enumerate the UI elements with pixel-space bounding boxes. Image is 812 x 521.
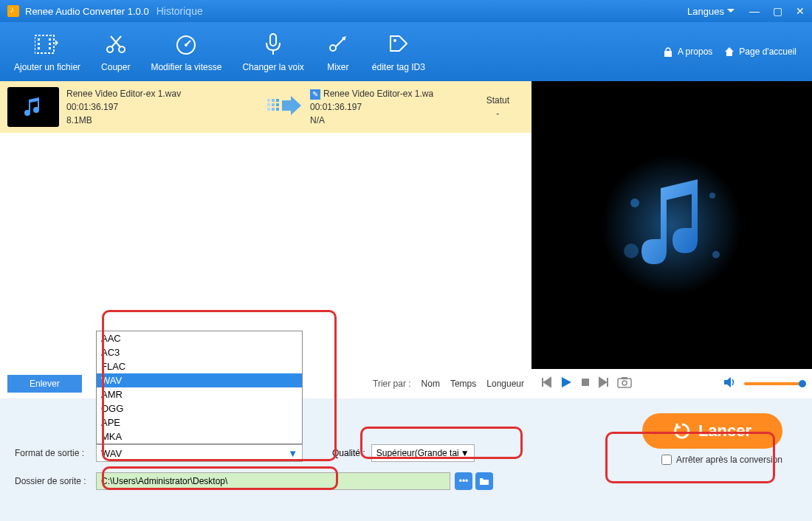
svg-rect-35 <box>618 379 631 387</box>
scissors-icon <box>103 31 129 58</box>
file-thumbnail <box>7 87 59 127</box>
format-option[interactable]: APE <box>97 415 302 429</box>
prev-button[interactable] <box>540 376 552 391</box>
app-logo-icon <box>7 5 19 17</box>
about-link[interactable]: A propos <box>663 46 712 57</box>
more-button[interactable]: ••• <box>455 472 472 490</box>
svg-rect-1 <box>38 38 40 41</box>
svg-rect-4 <box>49 38 51 41</box>
svg-point-33 <box>712 251 720 258</box>
home-link[interactable]: Page d'accueil <box>724 46 796 57</box>
svg-rect-37 <box>622 377 627 379</box>
player-controls <box>531 369 812 398</box>
sort-by-label: Trier par : <box>373 379 411 389</box>
svg-point-36 <box>622 381 627 385</box>
svg-rect-24 <box>272 103 275 106</box>
quality-select[interactable]: Supérieur(Grande tai ▼ <box>371 444 475 462</box>
svg-rect-19 <box>664 51 672 57</box>
file-list: Renee Video Editor-ex 1.wav 00:01:36.197… <box>0 81 531 369</box>
home-icon <box>724 46 734 57</box>
svg-rect-28 <box>276 108 279 111</box>
preview-panel <box>531 81 812 369</box>
svg-rect-14 <box>270 34 276 46</box>
sort-time[interactable]: Temps <box>450 379 476 389</box>
cut-button[interactable]: Couper <box>91 25 140 78</box>
svg-rect-2 <box>38 43 40 45</box>
svg-rect-6 <box>49 47 51 49</box>
format-option[interactable]: MKA <box>97 429 302 444</box>
microphone-icon <box>260 31 286 58</box>
svg-point-32 <box>624 244 639 258</box>
quality-label: Qualité : <box>332 448 365 458</box>
browse-folder-button[interactable] <box>475 472 493 490</box>
edit-icon[interactable]: ✎ <box>310 89 320 100</box>
format-option[interactable]: FLAC <box>97 359 302 373</box>
svg-rect-34 <box>582 379 589 386</box>
svg-rect-3 <box>38 47 40 49</box>
tag-icon <box>385 31 412 58</box>
mixer-icon <box>325 31 351 58</box>
format-label: Format de sortie : <box>15 448 96 458</box>
svg-point-30 <box>630 199 639 207</box>
svg-rect-27 <box>276 103 279 106</box>
film-add-icon <box>34 31 61 58</box>
launch-button[interactable]: Lancer <box>642 413 782 449</box>
sort-name[interactable]: Nom <box>422 379 440 389</box>
format-dropdown-list[interactable]: AACAC3FLACWAVAMROGGAPEMKA <box>96 331 303 444</box>
source-file-info: Renee Video Editor-ex 1.wav 00:01:36.197… <box>66 87 258 127</box>
format-option[interactable]: OGG <box>97 401 302 415</box>
arrow-icon <box>267 94 301 120</box>
minimize-button[interactable]: — <box>749 5 760 17</box>
format-option[interactable]: AMR <box>97 387 302 401</box>
sort-length[interactable]: Longueur <box>486 379 524 389</box>
format-option[interactable]: AAC <box>97 331 302 345</box>
format-select[interactable]: WAV ▼ <box>96 444 303 462</box>
file-row[interactable]: Renee Video Editor-ex 1.wav 00:01:36.197… <box>0 81 531 133</box>
stop-after-checkbox[interactable]: Arrêter après la conversion <box>661 455 782 465</box>
svg-rect-26 <box>276 99 279 102</box>
mix-button[interactable]: Mixer <box>314 25 362 78</box>
id3-button[interactable]: éditer tag ID3 <box>362 25 436 78</box>
chevron-down-icon: ▼ <box>288 448 297 459</box>
svg-point-13 <box>185 44 187 46</box>
svg-point-31 <box>709 193 715 199</box>
snapshot-button[interactable] <box>617 376 632 391</box>
svg-rect-23 <box>272 99 275 102</box>
svg-point-16 <box>330 45 336 51</box>
voice-button[interactable]: Changer la voix <box>232 25 314 78</box>
add-file-button[interactable]: Ajouter un fichier <box>4 25 91 78</box>
language-dropdown[interactable]: Langues <box>687 6 734 17</box>
folder-label: Dossier de sorite : <box>15 476 96 486</box>
svg-rect-5 <box>49 43 51 45</box>
output-file-info: ✎Renee Video Editor-ex 1.wa 00:01:36.197… <box>310 87 443 127</box>
stop-button[interactable] <box>580 377 591 390</box>
status-column: Statut - <box>486 94 509 120</box>
svg-point-29 <box>602 155 742 295</box>
remove-button[interactable]: Enlever <box>7 375 82 393</box>
volume-icon[interactable] <box>723 376 737 391</box>
app-title: Renee Audio Converter 1.0.0 <box>25 6 149 17</box>
gauge-icon <box>173 31 199 58</box>
play-button[interactable] <box>560 376 573 392</box>
maximize-button[interactable]: ▢ <box>773 5 782 17</box>
svg-rect-21 <box>267 103 270 106</box>
svg-rect-0 <box>35 35 54 53</box>
svg-rect-20 <box>267 99 270 102</box>
svg-point-18 <box>393 39 396 42</box>
chevron-down-icon: ▼ <box>461 448 469 458</box>
format-option[interactable]: AC3 <box>97 345 302 359</box>
volume-slider[interactable] <box>744 382 803 385</box>
chevron-down-icon <box>727 9 734 13</box>
svg-rect-25 <box>272 108 275 111</box>
svg-rect-22 <box>267 108 270 111</box>
format-option[interactable]: WAV <box>97 373 302 387</box>
music-note-icon <box>598 151 746 299</box>
next-button[interactable] <box>598 376 610 391</box>
lock-icon <box>663 46 673 57</box>
close-button[interactable]: ✕ <box>796 5 805 17</box>
refresh-icon <box>673 422 691 440</box>
history-link[interactable]: Historique <box>156 5 203 17</box>
output-folder-input[interactable] <box>96 472 450 490</box>
speed-button[interactable]: Modifier la vitesse <box>140 25 232 78</box>
